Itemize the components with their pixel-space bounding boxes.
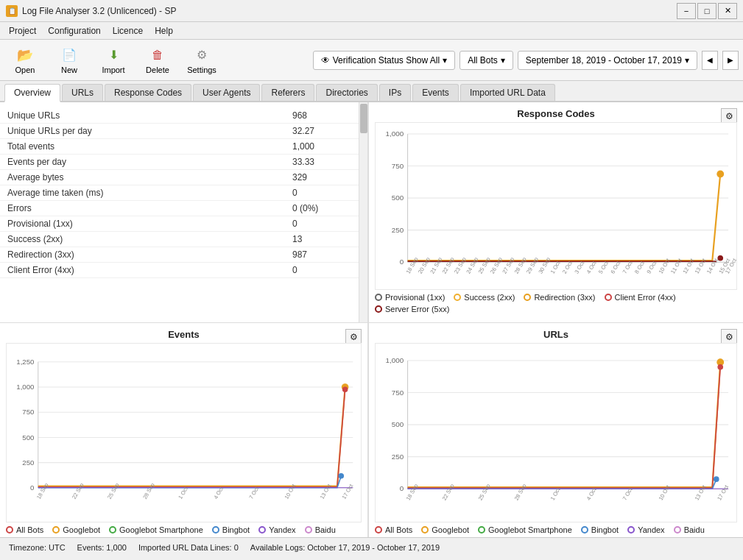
svg-text:13 Oct: 13 Oct xyxy=(694,483,708,502)
legend-label-googlebot-events: Googlebot xyxy=(63,525,100,534)
title-bar-left: 📋 Log File Analyser 3.2 (Unlicenced) - S… xyxy=(6,5,176,17)
legend-label-redirection: Redirection (3xx) xyxy=(534,293,595,302)
events-legend: All Bots Googlebot Googlebot Smartphone … xyxy=(6,522,362,537)
verification-label: Verification Status Show All xyxy=(333,55,440,65)
legend-dot-bingbot-events xyxy=(212,526,219,534)
urls-chart-area: 1,000 750 500 250 0 xyxy=(375,343,737,522)
svg-text:500: 500 xyxy=(392,194,404,202)
stat-value-unique-urls: 968 xyxy=(292,110,351,121)
menu-help[interactable]: Help xyxy=(149,24,179,38)
stat-errors: Errors 0 (0%) xyxy=(0,201,359,216)
minimize-button[interactable]: − xyxy=(677,3,696,19)
legend-provisional: Provisional (1xx) xyxy=(375,293,445,302)
stat-provisional: Provisional (1xx) 0 xyxy=(0,216,359,232)
maximize-button[interactable]: □ xyxy=(697,3,716,19)
svg-text:250: 250 xyxy=(392,453,404,461)
svg-text:250: 250 xyxy=(22,458,34,467)
new-button[interactable]: 📄 New xyxy=(49,43,90,77)
tab-user-agents[interactable]: User Agents xyxy=(193,84,260,101)
svg-text:10 Oct: 10 Oct xyxy=(284,483,297,500)
svg-point-57 xyxy=(342,387,347,391)
stat-avg-bytes: Average bytes 329 xyxy=(0,170,359,185)
tab-events[interactable]: Events xyxy=(412,84,459,101)
response-codes-chart-panel: Response Codes ⚙ 1,000 750 500 250 0 xyxy=(368,102,743,323)
import-icon: ⬇ xyxy=(105,46,122,64)
nav-prev-button[interactable]: ◀ xyxy=(702,51,718,70)
svg-point-12 xyxy=(717,171,724,177)
legend-label-yandex-urls: Yandex xyxy=(638,525,665,534)
stat-success: Success (2xx) 13 xyxy=(0,232,359,247)
date-range-dropdown[interactable]: September 18, 2019 - October 17, 2019 ▾ xyxy=(518,51,697,70)
stat-label-client-error: Client Error (4xx) xyxy=(7,265,292,275)
stat-client-error: Client Error (4xx) 0 xyxy=(0,263,359,278)
window-title: Log File Analyser 3.2 (Unlicenced) - SP xyxy=(22,6,176,16)
legend-dot-googlebot-smart xyxy=(109,526,116,534)
settings-label: Settings xyxy=(187,65,216,74)
title-bar-controls: − □ ✕ xyxy=(677,3,737,19)
stat-value-errors: 0 (0%) xyxy=(292,203,351,213)
delete-icon: 🗑 xyxy=(149,46,166,64)
chevron-down-icon-3: ▾ xyxy=(685,55,689,65)
tab-directories[interactable]: Directories xyxy=(316,84,377,101)
urls-legend-yandex: Yandex xyxy=(627,525,665,534)
delete-button[interactable]: 🗑 Delete xyxy=(137,43,178,77)
legend-success: Success (2xx) xyxy=(454,293,515,302)
status-bar: Timezone: UTC Events: 1,000 Imported URL… xyxy=(0,537,743,556)
open-button[interactable]: 📂 Open xyxy=(4,43,46,77)
svg-text:25 Sep: 25 Sep xyxy=(106,482,121,500)
scrollbar-thumb[interactable] xyxy=(360,104,367,133)
tab-response-codes[interactable]: Response Codes xyxy=(105,84,191,101)
svg-text:22 Sep: 22 Sep xyxy=(441,483,456,501)
events-legend-googlebot-smartphone: Googlebot Smartphone xyxy=(109,525,203,534)
nav-next-button[interactable]: ▶ xyxy=(722,51,739,70)
events-chart-panel: Events ⚙ 1,250 1,000 750 500 25 xyxy=(0,323,368,537)
legend-dot-googlebot-smart-urls xyxy=(478,526,485,534)
legend-dot-yandex-urls xyxy=(627,526,635,534)
close-button[interactable]: ✕ xyxy=(718,3,737,19)
legend-label-server-error: Server Error (5xx) xyxy=(385,305,449,313)
tab-imported-url-data[interactable]: Imported URL Data xyxy=(460,84,555,101)
stats-table: Unique URLs 968 Unique URLs per day 32.2… xyxy=(0,108,359,278)
verification-dropdown[interactable]: 👁 Verification Status Show All ▾ xyxy=(313,51,455,70)
legend-dot-googlebot-events xyxy=(52,526,60,534)
svg-point-58 xyxy=(339,474,343,478)
delete-label: Delete xyxy=(146,65,169,74)
legend-dot-redirection xyxy=(524,294,531,301)
stat-value-success: 13 xyxy=(292,234,351,244)
urls-legend-googlebot-smartphone: Googlebot Smartphone xyxy=(478,525,572,534)
tab-urls[interactable]: URLs xyxy=(62,84,103,101)
import-button[interactable]: ⬇ Import xyxy=(93,43,134,77)
menu-licence[interactable]: Licence xyxy=(107,24,149,38)
menu-configuration[interactable]: Configuration xyxy=(42,24,106,38)
response-codes-chart-area: 1,000 750 500 250 0 xyxy=(375,122,737,290)
stat-value-client-error: 0 xyxy=(292,265,351,275)
legend-dot-allbots-urls xyxy=(375,526,382,534)
urls-legend-baidu: Baidu xyxy=(674,525,705,534)
tab-referers[interactable]: Referers xyxy=(261,84,314,101)
legend-label-googlebot-urls: Googlebot xyxy=(432,525,469,534)
chevron-down-icon-2: ▾ xyxy=(501,55,505,65)
stat-avg-time: Average time taken (ms) 0 xyxy=(0,185,359,201)
stats-scrollbar[interactable] xyxy=(359,102,367,322)
response-codes-svg: 1,000 750 500 250 0 xyxy=(376,123,736,289)
svg-text:18 Sep: 18 Sep xyxy=(405,483,420,501)
settings-icon: ⚙ xyxy=(193,46,211,64)
legend-server-error: Server Error (5xx) xyxy=(375,305,449,313)
new-icon: 📄 xyxy=(60,46,78,64)
stat-label-provisional: Provisional (1xx) xyxy=(7,219,292,229)
stat-label-errors: Errors xyxy=(7,203,292,213)
bots-dropdown[interactable]: All Bots ▾ xyxy=(459,51,513,70)
legend-label-googlebot-smart-urls: Googlebot Smartphone xyxy=(488,525,572,534)
urls-svg: 1,000 750 500 250 0 xyxy=(376,344,736,522)
events-chart-header: Events ⚙ xyxy=(6,329,362,340)
tab-overview[interactable]: Overview xyxy=(4,84,60,102)
menu-project[interactable]: Project xyxy=(3,24,42,38)
settings-button[interactable]: ⚙ Settings xyxy=(181,43,222,77)
tabs-bar: Overview URLs Response Codes User Agents… xyxy=(0,81,743,102)
events-legend-bingbot: Bingbot xyxy=(212,525,250,534)
response-codes-title: Response Codes xyxy=(375,108,737,119)
svg-text:1,250: 1,250 xyxy=(16,358,34,366)
tab-ips[interactable]: IPs xyxy=(379,84,411,101)
urls-chart-header: URLs ⚙ xyxy=(375,329,737,340)
urls-title: URLs xyxy=(375,329,737,340)
